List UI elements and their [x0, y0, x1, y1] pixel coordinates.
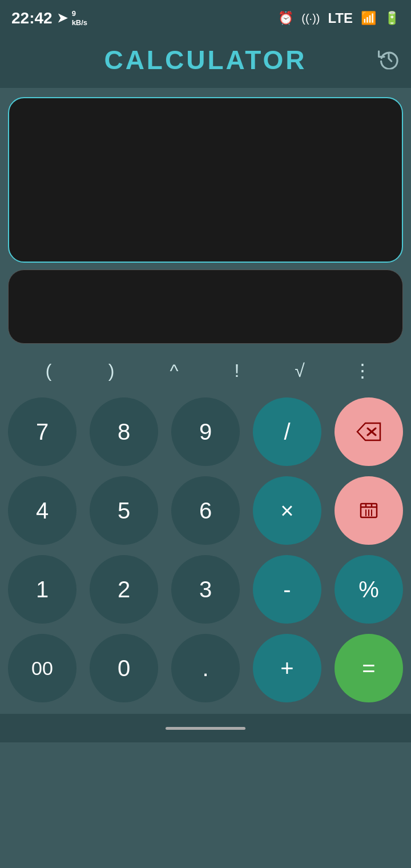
history-icon: [378, 48, 400, 70]
backspace-icon: [356, 422, 381, 441]
power-button[interactable]: ^: [157, 360, 191, 381]
btn-4[interactable]: 4: [8, 476, 76, 545]
btn-multiply[interactable]: ×: [253, 476, 321, 545]
btn-percent[interactable]: %: [335, 555, 403, 624]
delete-icon: [357, 499, 380, 522]
btn-minus[interactable]: -: [253, 555, 321, 624]
history-button[interactable]: [378, 48, 400, 75]
btn-9[interactable]: 9: [171, 397, 240, 466]
home-indicator: [166, 727, 245, 730]
btn-2[interactable]: 2: [90, 555, 158, 624]
status-left: 22:42 ➤ 9 kB/s: [11, 9, 87, 27]
display-secondary: [8, 270, 403, 344]
btn-row-3: 1 2 3 - %: [8, 555, 403, 624]
btn-0[interactable]: 0: [90, 634, 158, 702]
btn-dot[interactable]: .: [171, 634, 240, 702]
status-right: ⏰ ((·)) LTE 📶 🔋: [278, 10, 400, 26]
more-options-button[interactable]: ⋮: [345, 360, 380, 381]
btn-1[interactable]: 1: [8, 555, 76, 624]
special-row: ( ) ^ ! √ ⋮: [0, 349, 411, 392]
btn-5[interactable]: 5: [90, 476, 158, 545]
sqrt-button[interactable]: √: [283, 360, 317, 381]
display-area: [0, 88, 411, 349]
bottom-nav-bar: [0, 714, 411, 742]
btn-6[interactable]: 6: [171, 476, 240, 545]
battery-icon: 🔋: [384, 11, 400, 26]
btn-8[interactable]: 8: [90, 397, 158, 466]
btn-row-1: 7 8 9 /: [8, 397, 403, 466]
btn-plus[interactable]: +: [253, 634, 321, 702]
btn-row-2: 4 5 6 ×: [8, 476, 403, 545]
paren-close-button[interactable]: ): [94, 360, 128, 381]
btn-clear[interactable]: [335, 476, 403, 545]
status-bar: 22:42 ➤ 9 kB/s ⏰ ((·)) LTE 📶 🔋: [0, 0, 411, 34]
btn-equals[interactable]: =: [335, 634, 403, 702]
alarm-icon: ⏰: [278, 11, 293, 26]
display-main: [8, 97, 403, 263]
btn-divide[interactable]: /: [253, 397, 321, 466]
btn-3[interactable]: 3: [171, 555, 240, 624]
btn-row-4: 00 0 . + =: [8, 634, 403, 702]
status-time: 22:42: [11, 9, 53, 27]
app-header: CALCULATOR: [0, 34, 411, 88]
factorial-button[interactable]: !: [220, 360, 254, 381]
lte-label: LTE: [328, 10, 353, 26]
wifi-icon: ((·)): [301, 12, 320, 25]
app-title: CALCULATOR: [104, 45, 307, 75]
signal-icon: 📶: [361, 11, 376, 26]
network-speed: 9 kB/s: [72, 9, 87, 27]
paren-open-button[interactable]: (: [31, 360, 66, 381]
navigation-icon: ➤: [57, 11, 67, 26]
btn-backspace[interactable]: [335, 397, 403, 466]
button-grid: 7 8 9 / 4 5 6 ×: [0, 392, 411, 714]
btn-00[interactable]: 00: [8, 634, 76, 702]
btn-7[interactable]: 7: [8, 397, 76, 466]
